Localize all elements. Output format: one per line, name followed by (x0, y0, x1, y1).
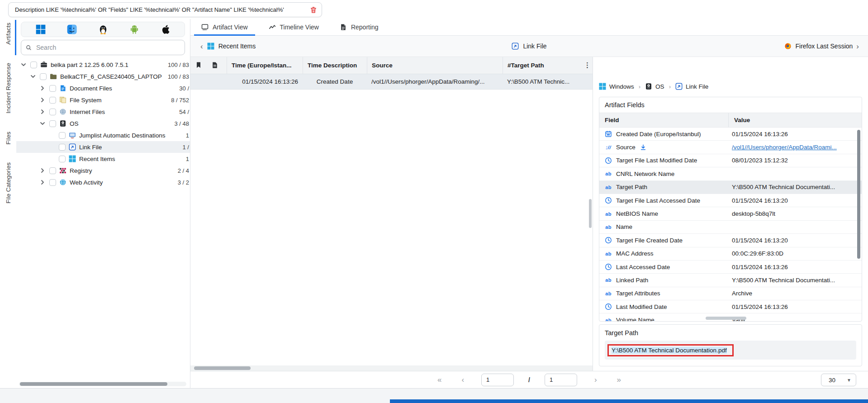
tab-reporting[interactable]: Reporting (340, 19, 379, 35)
column-header-target-path[interactable]: #Target Path (503, 57, 582, 74)
tree-item-internet-files[interactable]: Internet Files54 / (16, 106, 190, 118)
total-pages-input[interactable] (545, 374, 577, 386)
tree-item-jumplist-automatic-destinations[interactable]: Jumplist Automatic Destinations1 (16, 129, 190, 141)
artifact-field-row-source[interactable]: ://Source/vol1//Users/phorger/AppData/Ro… (599, 141, 862, 154)
note-column-header[interactable] (207, 57, 227, 74)
column-menu-icon[interactable]: ⋮ (582, 57, 593, 74)
column-header-time-description[interactable]: Time Description (303, 57, 367, 74)
chevron-down-icon[interactable] (29, 73, 37, 80)
next-page-button[interactable]: › (592, 375, 600, 384)
field-detail-value[interactable]: Y:\B500 ATM Technical Documentation.pdf (612, 347, 727, 354)
bookmark-column-header[interactable] (190, 57, 207, 74)
field-value-cell: 01/15/2024 16:13:26 (728, 131, 862, 137)
checkbox[interactable] (49, 167, 56, 174)
checkbox[interactable] (59, 132, 66, 139)
breadcrumb-item-os[interactable]: OS (645, 83, 664, 90)
artifact-field-row-netbios-name[interactable]: abNetBIOS Namedesktop-5b8q7lt (599, 207, 862, 220)
side-tab-artifacts[interactable]: Artifacts (5, 23, 12, 45)
tree-item-registry[interactable]: Registry2 / 4 (16, 165, 190, 176)
checkbox[interactable] (49, 120, 56, 127)
os-filter-windows-button[interactable] (35, 24, 47, 35)
next-artifact-navigation[interactable]: Firefox Last Session › (784, 36, 859, 57)
checkbox[interactable] (40, 73, 47, 80)
os-filter-android-button[interactable] (128, 24, 140, 35)
chevron-right-icon[interactable] (39, 85, 46, 92)
artifact-field-row-target-file-created-date[interactable]: Target File Created Date01/15/2024 16:13… (599, 234, 862, 247)
side-tab-incident-response[interactable]: Incident Response (5, 63, 12, 114)
field-name: Name (616, 223, 632, 230)
artifact-field-row-created-date-europe-istanbul[interactable]: Created Date (Europe/Istanbul)01/15/2024… (599, 128, 862, 141)
artifact-field-row-target-attributes[interactable]: abTarget AttributesArchive (599, 287, 862, 300)
tab-timeline-view[interactable]: Timeline View (269, 19, 319, 35)
checkbox[interactable] (49, 179, 56, 186)
artifact-field-row-last-modified-date[interactable]: Last Modified Date01/15/2024 16:13:26 (599, 300, 862, 313)
chevron-down-icon[interactable] (39, 120, 46, 127)
artifact-field-row-target-file-last-modified-date[interactable]: Target File Last Modified Date08/01/2023… (599, 154, 862, 167)
checkbox[interactable] (49, 109, 56, 115)
field-name: CNRL Network Name (616, 171, 674, 177)
column-header-time-europe-istan[interactable]: Time (Europe/Istan... (227, 57, 303, 74)
field-value: Y:\B500 ATM Technical Documentati... (732, 277, 835, 284)
last-page-button[interactable]: » (614, 375, 624, 384)
os-filter-apple-button[interactable] (160, 24, 171, 35)
checkbox[interactable] (59, 144, 66, 151)
windows-recent-icon (599, 83, 606, 90)
query-filter-bar[interactable]: Description LIKE '%technical%' OR "Field… (8, 2, 322, 17)
column-header-source[interactable]: Source (367, 57, 503, 74)
table-scrollbar-thumb[interactable] (194, 366, 251, 370)
os-filter-macos-button[interactable] (66, 24, 78, 35)
search-input[interactable] (35, 43, 180, 52)
tree-item-recent-items[interactable]: Recent Items1 (16, 153, 190, 165)
value-column-header[interactable]: Value (728, 113, 862, 127)
breadcrumb-item-link-file[interactable]: Link File (675, 83, 708, 90)
tree-item-belkactf-6-case240405-laptop[interactable]: BelkaCTF_6_CASE240405_LAPTOP100 / 83 (16, 71, 190, 82)
chevron-right-icon[interactable]: › (856, 43, 859, 50)
chevron-right-icon[interactable] (39, 108, 46, 115)
checkbox[interactable] (30, 62, 37, 68)
field-value-link[interactable]: /vol1//Users/phorger/AppData/Roami... (732, 144, 837, 151)
tree-horizontal-scrollbar[interactable] (19, 382, 186, 386)
fields-vertical-scrollbar-thumb[interactable] (857, 130, 860, 259)
artifact-field-row-target-path[interactable]: abTarget PathY:\B500 ATM Technical Docum… (599, 181, 862, 194)
tree-scrollbar-thumb[interactable] (20, 382, 167, 386)
chevron-right-icon[interactable] (39, 179, 46, 186)
current-page-input[interactable] (481, 374, 514, 386)
trash-icon[interactable] (310, 6, 317, 14)
tree-item-count: 2 / 4 (178, 167, 189, 174)
checkbox[interactable] (49, 85, 56, 92)
table-vertical-scrollbar-thumb[interactable] (589, 199, 592, 228)
chevron-right-icon[interactable] (39, 167, 46, 174)
os-filter-linux-button[interactable] (97, 24, 109, 35)
download-icon[interactable] (640, 144, 647, 151)
tree-item-belka-part-2-12-25-6-00-7-5-1[interactable]: belka part 2 12.25 6.00 7.5.1100 / 83 (16, 59, 190, 71)
chevron-down-icon[interactable] (20, 61, 27, 68)
previous-page-button[interactable]: ‹ (459, 375, 467, 384)
tree-item-count: 1 (186, 156, 189, 162)
tab-artifact-view[interactable]: Artifact View (201, 19, 248, 35)
first-page-button[interactable]: « (435, 375, 444, 384)
artifact-field-row-last-accessed-date[interactable]: Last Accessed Date01/15/2024 16:13:26 (599, 261, 862, 274)
field-column-header[interactable]: Field (599, 113, 728, 127)
side-tab-file-categories[interactable]: File Categories (5, 162, 12, 204)
artifact-field-row-mac-address[interactable]: abMAC Address00:0C:29:6F:83:0D (599, 247, 862, 261)
side-tab-files[interactable]: Files (5, 132, 12, 145)
checkbox[interactable] (59, 156, 66, 162)
search-box[interactable] (21, 40, 185, 55)
artifact-field-row-cnrl-network-name[interactable]: abCNRL Network Name (599, 167, 862, 180)
tree-item-document-files[interactable]: Document Files30 / (16, 82, 190, 94)
artifact-field-row-name[interactable]: abName (599, 221, 862, 234)
chevron-right-icon[interactable] (39, 96, 46, 104)
tree-item-file-system[interactable]: File System8 / 752 (16, 94, 190, 106)
checkbox[interactable] (49, 97, 56, 104)
table-row[interactable]: 01/15/2024 16:13:26Created Date/vol1//Us… (190, 74, 593, 90)
fields-horizontal-scrollbar-thumb[interactable] (706, 317, 746, 320)
table-horizontal-scrollbar[interactable] (190, 365, 593, 371)
artifact-field-row-target-file-last-accessed-date[interactable]: Target File Last Accessed Date01/15/2024… (599, 194, 862, 207)
tree-item-web-activity[interactable]: Web Activity3 / 2 (16, 176, 190, 188)
field-value: 01/15/2024 16:13:20 (732, 237, 788, 244)
tree-item-os[interactable]: OS3 / 48 (16, 118, 190, 129)
artifact-field-row-linked-path[interactable]: abLinked PathY:\B500 ATM Technical Docum… (599, 274, 862, 287)
breadcrumb-item-windows[interactable]: Windows (599, 83, 634, 90)
page-size-select[interactable]: 30 ▼ (821, 374, 856, 386)
tree-item-link-file[interactable]: Link File1 / (16, 141, 190, 153)
